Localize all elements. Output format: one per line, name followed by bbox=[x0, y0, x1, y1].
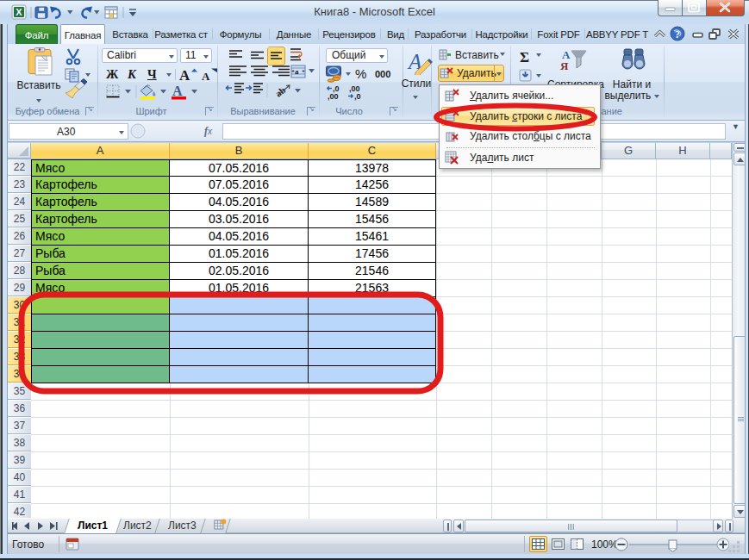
svg-text:,00: ,00 bbox=[328, 92, 339, 101]
svg-text:a: a bbox=[295, 67, 299, 76]
svg-text:A: A bbox=[172, 84, 183, 98]
svg-text:%: % bbox=[355, 66, 366, 81]
svg-text:A: A bbox=[179, 67, 190, 83]
svg-text:A: A bbox=[202, 70, 210, 83]
svg-text:Σ: Σ bbox=[520, 49, 529, 65]
svg-text:X: X bbox=[16, 7, 22, 17]
svg-text:?: ? bbox=[675, 28, 680, 40]
svg-text:Я: Я bbox=[560, 59, 569, 72]
svg-text:000: 000 bbox=[375, 69, 390, 79]
svg-text:,0: ,0 bbox=[354, 92, 361, 101]
svg-text:ab: ab bbox=[273, 84, 288, 99]
